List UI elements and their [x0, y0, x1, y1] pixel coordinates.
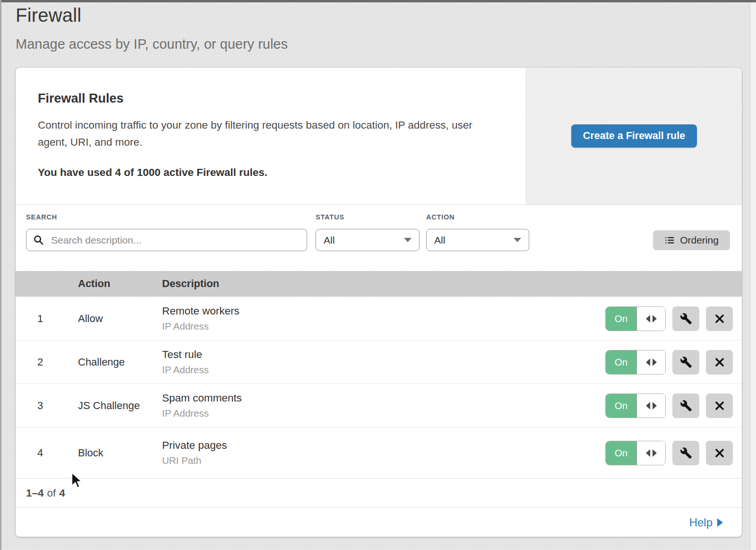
triangle-left-icon	[646, 449, 650, 457]
wrench-icon	[680, 313, 692, 325]
pagination-bar: 1–4 of 4	[16, 478, 742, 507]
help-arrow-icon	[717, 518, 723, 527]
close-icon	[714, 447, 725, 459]
rule-action: JS Challenge	[78, 400, 162, 412]
table-row: 1 Allow Remote workers IP Address On	[16, 297, 742, 340]
status-select-value: All	[324, 235, 335, 246]
close-icon	[714, 400, 725, 411]
rule-enabled-toggle[interactable]: On	[605, 306, 666, 331]
intro-text-block: Firewall Rules Control incoming traffic …	[16, 68, 526, 204]
rule-action: Allow	[78, 313, 162, 325]
filters-bar: SEARCH STATUS All ACTION All	[16, 205, 742, 271]
rule-description-cell: Remote workers IP Address	[162, 305, 588, 332]
status-label: STATUS	[316, 213, 344, 221]
edit-rule-button[interactable]	[672, 306, 699, 331]
table-row: 2 Challenge Test rule IP Address On	[16, 340, 742, 384]
intro-section: Firewall Rules Control incoming traffic …	[16, 68, 742, 205]
action-column-header: Action	[78, 278, 162, 290]
rule-description: Private pages	[162, 439, 588, 452]
action-select-value: All	[434, 235, 445, 246]
toggle-drag-handle-icon[interactable]	[637, 441, 665, 465]
chevron-down-icon	[514, 238, 521, 242]
ordering-button-label: Ordering	[680, 235, 719, 246]
table-header-row: Action Description	[16, 271, 742, 297]
search-field-wrapper	[26, 229, 307, 251]
toggle-drag-handle-icon[interactable]	[637, 307, 665, 331]
triangle-right-icon	[653, 358, 657, 366]
toggle-on-label: On	[606, 307, 637, 331]
wrench-icon	[680, 400, 692, 412]
edit-rule-button[interactable]	[672, 350, 699, 375]
rule-description: Test rule	[162, 349, 588, 361]
pagination-range: 1–4	[26, 487, 44, 499]
help-link-label: Help	[689, 516, 713, 529]
window-left-edge	[0, 0, 1, 550]
intro-description: Control incoming traffic to your zone by…	[38, 117, 484, 151]
rule-controls: On	[588, 441, 742, 465]
usage-summary: You have used 4 of 1000 active Firewall …	[38, 166, 498, 179]
ordering-list-icon	[664, 235, 675, 245]
delete-rule-button[interactable]	[706, 441, 733, 465]
delete-rule-button[interactable]	[706, 393, 733, 418]
edit-rule-button[interactable]	[672, 393, 699, 418]
search-label: SEARCH	[26, 213, 57, 221]
ordering-button[interactable]: Ordering	[653, 230, 730, 250]
toggle-on-label: On	[606, 394, 637, 418]
rule-match-type: URI Path	[162, 455, 588, 466]
search-icon	[33, 235, 44, 245]
rule-enabled-toggle[interactable]: On	[605, 393, 666, 418]
rule-match-type: IP Address	[162, 364, 588, 375]
close-icon	[714, 313, 725, 324]
page-header: Firewall Manage access by IP, country, o…	[16, 5, 288, 52]
rule-enabled-toggle[interactable]: On	[605, 441, 666, 465]
rule-match-type: IP Address	[162, 321, 588, 332]
rule-priority: 1	[16, 313, 78, 325]
rule-priority: 2	[16, 356, 78, 368]
wrench-icon	[680, 356, 692, 368]
triangle-left-icon	[646, 358, 650, 366]
page-title: Firewall	[16, 5, 288, 26]
help-link[interactable]: Help	[689, 516, 723, 529]
triangle-right-icon	[653, 315, 657, 323]
rule-priority: 4	[16, 447, 78, 459]
toggle-drag-handle-icon[interactable]	[637, 394, 665, 418]
delete-rule-button[interactable]	[706, 350, 733, 375]
action-label: ACTION	[426, 213, 455, 221]
rule-action: Challenge	[78, 356, 162, 368]
scrollbar-track[interactable]	[750, 2, 756, 550]
table-row: 3 JS Challenge Spam comments IP Address …	[16, 384, 742, 427]
intro-heading: Firewall Rules	[38, 91, 498, 106]
window-top-edge	[0, 0, 756, 2]
chevron-down-icon	[404, 238, 412, 242]
rule-description: Remote workers	[162, 305, 588, 317]
rule-enabled-toggle[interactable]: On	[605, 350, 666, 375]
rule-action: Block	[78, 447, 162, 459]
triangle-right-icon	[653, 402, 657, 410]
pagination-total: 4	[59, 487, 65, 499]
rule-description-cell: Spam comments IP Address	[162, 392, 588, 419]
toggle-drag-handle-icon[interactable]	[637, 350, 665, 374]
rule-match-type: IP Address	[162, 408, 588, 419]
toggle-on-label: On	[606, 441, 637, 465]
action-select[interactable]: All	[426, 229, 529, 251]
help-bar: Help	[16, 507, 742, 537]
rule-description-cell: Test rule IP Address	[162, 349, 588, 375]
create-firewall-rule-button[interactable]: Create a Firewall rule	[571, 124, 697, 148]
description-column-header: Description	[162, 278, 588, 290]
rule-priority: 3	[16, 400, 78, 412]
edit-rule-button[interactable]	[672, 441, 699, 465]
firewall-rules-card: Firewall Rules Control incoming traffic …	[16, 68, 742, 537]
table-row: 4 Block Private pages URI Path On	[16, 427, 742, 478]
rule-controls: On	[588, 350, 742, 375]
status-select[interactable]: All	[316, 229, 420, 251]
rule-controls: On	[588, 306, 742, 331]
search-input[interactable]	[26, 229, 307, 251]
rule-description: Spam comments	[162, 392, 588, 404]
triangle-left-icon	[646, 315, 650, 323]
toggle-on-label: On	[606, 350, 637, 374]
rule-description-cell: Private pages URI Path	[162, 439, 588, 466]
close-icon	[714, 357, 725, 368]
pagination-of: of	[47, 487, 56, 499]
intro-side-panel: Create a Firewall rule	[526, 68, 742, 204]
delete-rule-button[interactable]	[706, 306, 733, 331]
